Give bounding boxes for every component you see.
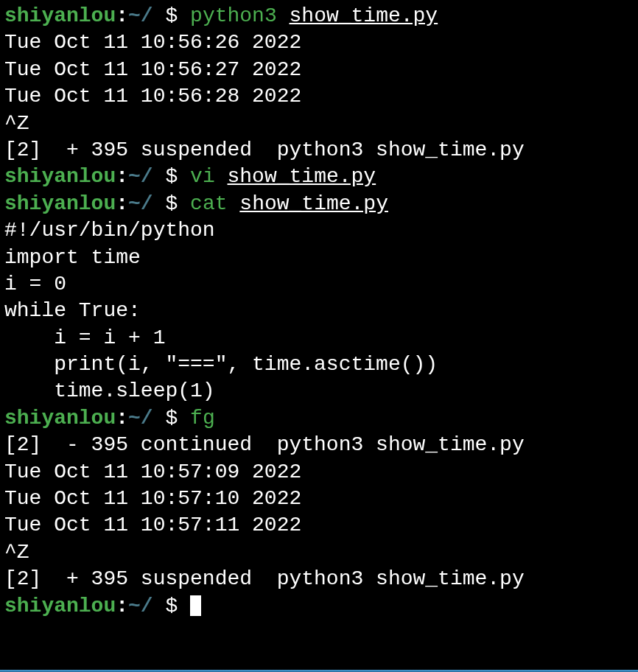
command-arg: show_time.py [228, 165, 376, 188]
prompt-symbol: $ [165, 165, 178, 188]
command: vi [190, 165, 215, 188]
script-line: i = i + 1 [4, 325, 634, 351]
output-line: Tue Oct 11 10:56:26 2022 [4, 29, 634, 56]
prompt-user: shiyanlou [4, 407, 116, 430]
job-status: [2] + 395 suspended python3 show_time.py [4, 137, 634, 164]
command-arg: show_time.py [290, 4, 438, 27]
prompt-symbol: $ [165, 407, 178, 430]
script-line: print(i, "===", time.asctime()) [4, 351, 634, 378]
prompt-symbol: $ [165, 192, 178, 215]
prompt-user: shiyanlou [4, 595, 116, 617]
prompt-line: shiyanlou:~/ $ cat show_time.py [4, 191, 634, 217]
command: cat [190, 192, 227, 215]
prompt-user: shiyanlou [4, 165, 116, 188]
terminal-content[interactable]: shiyanlou:~/ $ python3 show_time.py Tue … [4, 3, 634, 620]
script-line: import time [4, 245, 634, 271]
prompt-line: shiyanlou:~/ $ vi show_time.py [4, 164, 634, 190]
job-status: [2] + 395 suspended python3 show_time.py [4, 566, 634, 592]
script-line: #!/usr/bin/python [4, 217, 634, 244]
prompt-path: ~/ [128, 595, 153, 617]
prompt-symbol: $ [165, 4, 178, 27]
output-line: Tue Oct 11 10:57:09 2022 [4, 459, 634, 486]
cursor-icon [190, 595, 201, 616]
prompt-user: shiyanlou [4, 192, 116, 215]
prompt-user: shiyanlou [4, 4, 116, 27]
prompt-line: shiyanlou:~/ $ [4, 593, 634, 620]
command: python3 [190, 4, 277, 27]
prompt-line: shiyanlou:~/ $ python3 show_time.py [4, 3, 634, 29]
output-line: Tue Oct 11 10:57:11 2022 [4, 512, 634, 539]
prompt-line: shiyanlou:~/ $ fg [4, 405, 634, 432]
script-line: i = 0 [4, 271, 634, 298]
script-line: while True: [4, 298, 634, 324]
prompt-path: ~/ [128, 192, 153, 215]
ctrl-z: ^Z [4, 539, 634, 566]
job-status: [2] - 395 continued python3 show_time.py [4, 432, 634, 458]
ctrl-z: ^Z [4, 111, 634, 137]
output-line: Tue Oct 11 10:56:28 2022 [4, 83, 634, 110]
prompt-path: ~/ [128, 407, 153, 430]
command: fg [190, 407, 215, 430]
prompt-path: ~/ [128, 165, 153, 188]
output-line: Tue Oct 11 10:57:10 2022 [4, 486, 634, 512]
prompt-symbol: $ [165, 595, 178, 617]
output-line: Tue Oct 11 10:56:27 2022 [4, 57, 634, 83]
script-line: time.sleep(1) [4, 378, 634, 405]
command-arg: show_time.py [239, 192, 388, 215]
prompt-path: ~/ [128, 4, 153, 27]
